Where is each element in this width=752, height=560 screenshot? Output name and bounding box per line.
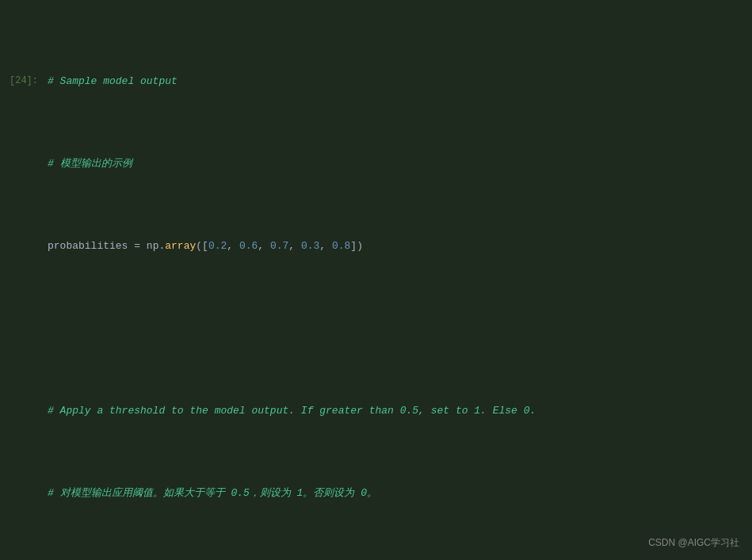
code-content: # 对模型输出应用阈值。如果大于等于 0.5，则设为 1。否则设为 0。 <box>48 486 736 502</box>
code-line: # 模型输出的示例 <box>8 156 736 173</box>
code-line: [24]: # Sample model output <box>8 74 736 90</box>
code-line <box>8 321 736 337</box>
watermark-text: CSDN @AIGC学习社 <box>648 535 739 550</box>
code-block: [24]: # Sample model output # 模型输出的示例 pr… <box>0 8 744 560</box>
code-content: # Sample model output <box>48 74 736 90</box>
line-number: [24]: <box>8 74 48 89</box>
code-line: probabilities = np.array([0.2, 0.6, 0.7,… <box>8 238 736 255</box>
code-content: probabilities = np.array([0.2, 0.6, 0.7,… <box>48 238 736 255</box>
code-line: # 对模型输出应用阈值。如果大于等于 0.5，则设为 1。否则设为 0。 <box>8 486 736 502</box>
code-container: [24]: # Sample model output # 模型输出的示例 pr… <box>0 0 752 560</box>
code-content: # Apply a threshold to the model output.… <box>48 403 736 420</box>
code-content <box>48 321 736 337</box>
code-content: # 模型输出的示例 <box>48 156 736 173</box>
code-line: # Apply a threshold to the model output.… <box>8 403 736 420</box>
